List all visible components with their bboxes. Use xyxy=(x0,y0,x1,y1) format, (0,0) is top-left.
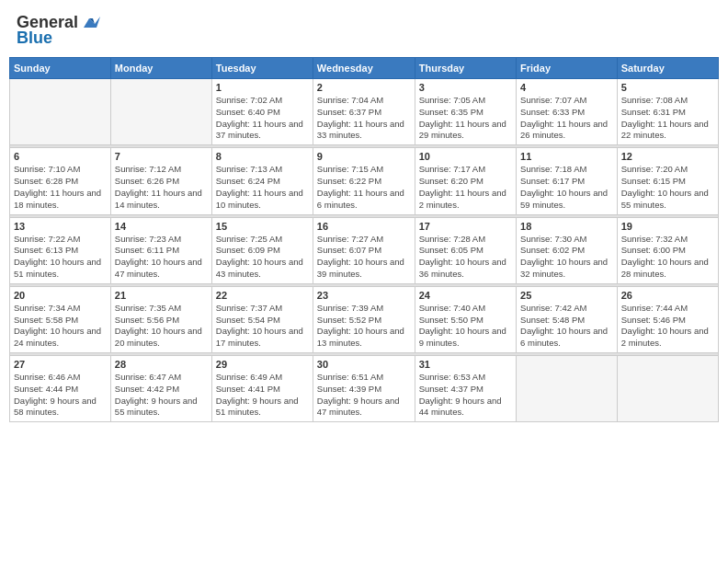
calendar-cell: 7Sunrise: 7:12 AM Sunset: 6:26 PM Daylig… xyxy=(110,148,211,214)
day-info: Sunrise: 6:49 AM Sunset: 4:41 PM Dayligh… xyxy=(216,372,309,419)
calendar-cell: 18Sunrise: 7:30 AM Sunset: 6:02 PM Dayli… xyxy=(517,217,618,283)
calendar-cell: 23Sunrise: 7:39 AM Sunset: 5:52 PM Dayli… xyxy=(313,286,415,352)
calendar-cell: 17Sunrise: 7:28 AM Sunset: 6:05 PM Dayli… xyxy=(415,217,516,283)
page-header: General Blue xyxy=(9,9,719,52)
logo-bird-icon xyxy=(80,15,100,31)
calendar-header-monday: Monday xyxy=(110,58,211,79)
day-info: Sunrise: 7:34 AM Sunset: 5:58 PM Dayligh… xyxy=(14,303,107,350)
calendar-cell: 4Sunrise: 7:07 AM Sunset: 6:33 PM Daylig… xyxy=(517,79,618,145)
calendar-week-5: 27Sunrise: 6:46 AM Sunset: 4:44 PM Dayli… xyxy=(10,356,719,422)
day-number: 31 xyxy=(419,359,512,370)
calendar-cell: 8Sunrise: 7:13 AM Sunset: 6:24 PM Daylig… xyxy=(211,148,313,214)
logo: General Blue xyxy=(17,13,100,48)
day-number: 19 xyxy=(621,221,714,232)
day-number: 17 xyxy=(419,221,512,232)
calendar-week-4: 20Sunrise: 7:34 AM Sunset: 5:58 PM Dayli… xyxy=(10,286,719,352)
day-info: Sunrise: 7:10 AM Sunset: 6:28 PM Dayligh… xyxy=(14,164,107,211)
calendar-cell: 9Sunrise: 7:15 AM Sunset: 6:22 PM Daylig… xyxy=(313,148,415,214)
calendar-cell: 1Sunrise: 7:02 AM Sunset: 6:40 PM Daylig… xyxy=(211,79,313,145)
day-number: 6 xyxy=(14,151,107,162)
day-number: 15 xyxy=(216,221,309,232)
day-number: 11 xyxy=(520,151,613,162)
calendar-week-3: 13Sunrise: 7:22 AM Sunset: 6:13 PM Dayli… xyxy=(10,217,719,283)
day-number: 4 xyxy=(520,82,613,93)
day-number: 21 xyxy=(115,290,208,301)
day-info: Sunrise: 7:40 AM Sunset: 5:50 PM Dayligh… xyxy=(419,303,512,350)
day-number: 7 xyxy=(115,151,208,162)
calendar-cell: 2Sunrise: 7:04 AM Sunset: 6:37 PM Daylig… xyxy=(313,79,415,145)
calendar-header-row: SundayMondayTuesdayWednesdayThursdayFrid… xyxy=(10,58,719,79)
day-number: 3 xyxy=(419,82,512,93)
day-number: 5 xyxy=(621,82,714,93)
calendar-cell: 24Sunrise: 7:40 AM Sunset: 5:50 PM Dayli… xyxy=(415,286,516,352)
day-info: Sunrise: 7:02 AM Sunset: 6:40 PM Dayligh… xyxy=(216,95,309,142)
day-number: 30 xyxy=(317,359,411,370)
day-info: Sunrise: 7:13 AM Sunset: 6:24 PM Dayligh… xyxy=(216,164,309,211)
calendar-cell: 16Sunrise: 7:27 AM Sunset: 6:07 PM Dayli… xyxy=(313,217,415,283)
calendar-header-thursday: Thursday xyxy=(415,58,516,79)
calendar-cell: 29Sunrise: 6:49 AM Sunset: 4:41 PM Dayli… xyxy=(211,356,313,422)
calendar-cell: 19Sunrise: 7:32 AM Sunset: 6:00 PM Dayli… xyxy=(617,217,718,283)
calendar-cell: 5Sunrise: 7:08 AM Sunset: 6:31 PM Daylig… xyxy=(617,79,718,145)
day-number: 28 xyxy=(115,359,208,370)
day-info: Sunrise: 7:37 AM Sunset: 5:54 PM Dayligh… xyxy=(216,303,309,350)
day-info: Sunrise: 7:05 AM Sunset: 6:35 PM Dayligh… xyxy=(419,95,512,142)
calendar-cell: 21Sunrise: 7:35 AM Sunset: 5:56 PM Dayli… xyxy=(110,286,211,352)
calendar-cell xyxy=(110,79,211,145)
calendar-cell: 31Sunrise: 6:53 AM Sunset: 4:37 PM Dayli… xyxy=(415,356,516,422)
calendar-cell: 11Sunrise: 7:18 AM Sunset: 6:17 PM Dayli… xyxy=(517,148,618,214)
calendar-cell: 20Sunrise: 7:34 AM Sunset: 5:58 PM Dayli… xyxy=(10,286,111,352)
day-info: Sunrise: 7:18 AM Sunset: 6:17 PM Dayligh… xyxy=(520,164,613,211)
day-info: Sunrise: 7:27 AM Sunset: 6:07 PM Dayligh… xyxy=(317,234,411,281)
calendar-cell: 28Sunrise: 6:47 AM Sunset: 4:42 PM Dayli… xyxy=(110,356,211,422)
calendar-cell: 22Sunrise: 7:37 AM Sunset: 5:54 PM Dayli… xyxy=(211,286,313,352)
day-number: 8 xyxy=(216,151,309,162)
day-number: 23 xyxy=(317,290,411,301)
calendar-header-wednesday: Wednesday xyxy=(313,58,415,79)
calendar-cell: 30Sunrise: 6:51 AM Sunset: 4:39 PM Dayli… xyxy=(313,356,415,422)
day-info: Sunrise: 7:44 AM Sunset: 5:46 PM Dayligh… xyxy=(621,303,714,350)
day-number: 22 xyxy=(216,290,309,301)
calendar-table: SundayMondayTuesdayWednesdayThursdayFrid… xyxy=(9,57,719,422)
calendar-cell: 27Sunrise: 6:46 AM Sunset: 4:44 PM Dayli… xyxy=(10,356,111,422)
calendar-header-tuesday: Tuesday xyxy=(211,58,313,79)
day-number: 26 xyxy=(621,290,714,301)
calendar-cell: 10Sunrise: 7:17 AM Sunset: 6:20 PM Dayli… xyxy=(415,148,516,214)
logo-blue: Blue xyxy=(17,29,52,48)
day-info: Sunrise: 7:39 AM Sunset: 5:52 PM Dayligh… xyxy=(317,303,411,350)
day-info: Sunrise: 7:30 AM Sunset: 6:02 PM Dayligh… xyxy=(520,234,613,281)
calendar-cell xyxy=(10,79,111,145)
calendar-week-1: 1Sunrise: 7:02 AM Sunset: 6:40 PM Daylig… xyxy=(10,79,719,145)
svg-marker-0 xyxy=(84,17,100,28)
day-info: Sunrise: 7:22 AM Sunset: 6:13 PM Dayligh… xyxy=(14,234,107,281)
day-number: 2 xyxy=(317,82,411,93)
day-info: Sunrise: 6:51 AM Sunset: 4:39 PM Dayligh… xyxy=(317,372,411,419)
day-number: 10 xyxy=(419,151,512,162)
day-number: 1 xyxy=(216,82,309,93)
day-info: Sunrise: 6:47 AM Sunset: 4:42 PM Dayligh… xyxy=(115,372,208,419)
day-number: 13 xyxy=(14,221,107,232)
calendar-cell: 3Sunrise: 7:05 AM Sunset: 6:35 PM Daylig… xyxy=(415,79,516,145)
day-info: Sunrise: 7:42 AM Sunset: 5:48 PM Dayligh… xyxy=(520,303,613,350)
day-number: 20 xyxy=(14,290,107,301)
day-info: Sunrise: 7:23 AM Sunset: 6:11 PM Dayligh… xyxy=(115,234,208,281)
calendar-header-friday: Friday xyxy=(517,58,618,79)
day-number: 25 xyxy=(520,290,613,301)
day-info: Sunrise: 6:46 AM Sunset: 4:44 PM Dayligh… xyxy=(14,372,107,419)
calendar-cell: 15Sunrise: 7:25 AM Sunset: 6:09 PM Dayli… xyxy=(211,217,313,283)
calendar-week-2: 6Sunrise: 7:10 AM Sunset: 6:28 PM Daylig… xyxy=(10,148,719,214)
day-info: Sunrise: 7:20 AM Sunset: 6:15 PM Dayligh… xyxy=(621,164,714,211)
calendar-cell: 26Sunrise: 7:44 AM Sunset: 5:46 PM Dayli… xyxy=(617,286,718,352)
day-info: Sunrise: 7:17 AM Sunset: 6:20 PM Dayligh… xyxy=(419,164,512,211)
calendar-cell: 6Sunrise: 7:10 AM Sunset: 6:28 PM Daylig… xyxy=(10,148,111,214)
day-info: Sunrise: 7:12 AM Sunset: 6:26 PM Dayligh… xyxy=(115,164,208,211)
calendar-cell xyxy=(617,356,718,422)
day-info: Sunrise: 7:07 AM Sunset: 6:33 PM Dayligh… xyxy=(520,95,613,142)
day-info: Sunrise: 7:28 AM Sunset: 6:05 PM Dayligh… xyxy=(419,234,512,281)
calendar-header-sunday: Sunday xyxy=(10,58,111,79)
calendar-cell: 13Sunrise: 7:22 AM Sunset: 6:13 PM Dayli… xyxy=(10,217,111,283)
day-info: Sunrise: 6:53 AM Sunset: 4:37 PM Dayligh… xyxy=(419,372,512,419)
day-number: 27 xyxy=(14,359,107,370)
day-number: 12 xyxy=(621,151,714,162)
calendar-cell xyxy=(517,356,618,422)
